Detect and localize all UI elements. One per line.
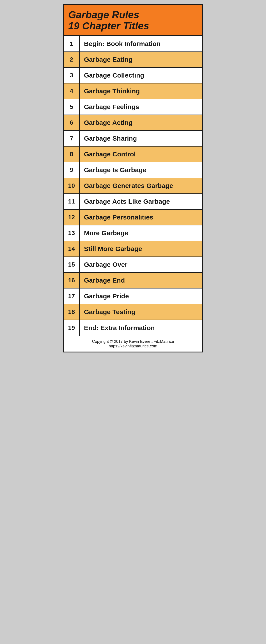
table-row: 6Garbage Acting <box>64 115 202 131</box>
table-row: 19End: Extra Information <box>64 320 202 336</box>
table-row: 15Garbage Over <box>64 257 202 273</box>
table-row: 11Garbage Acts Like Garbage <box>64 194 202 210</box>
table-row: 7Garbage Sharing <box>64 131 202 146</box>
table-row: 1Begin: Book Information <box>64 36 202 52</box>
chapter-title: Garbage Collecting <box>80 68 202 83</box>
chapter-number: 7 <box>64 131 80 146</box>
table-row: 14Still More Garbage <box>64 241 202 257</box>
table-row: 9Garbage Is Garbage <box>64 162 202 178</box>
table-row: 2Garbage Eating <box>64 52 202 68</box>
chapter-number: 1 <box>64 36 80 52</box>
table-row: 16Garbage End <box>64 273 202 288</box>
chapter-number: 13 <box>64 226 80 241</box>
table-row: 17Garbage Pride <box>64 288 202 304</box>
header-line1: Garbage Rules <box>68 9 139 20</box>
chapter-number: 9 <box>64 162 80 178</box>
chapters-table: 1Begin: Book Information2Garbage Eating3… <box>64 36 202 336</box>
chapter-title: Still More Garbage <box>80 241 202 256</box>
table-row: 10Garbage Generates Garbage <box>64 178 202 194</box>
chapter-number: 2 <box>64 52 80 67</box>
header-line2: 19 Chapter Titles <box>68 20 149 32</box>
website-link[interactable]: https://kevinfitzmaurice.com <box>109 344 157 348</box>
chapter-number: 16 <box>64 273 80 288</box>
chapter-title: Garbage Testing <box>80 304 202 320</box>
chapter-title: Garbage Pride <box>80 288 202 304</box>
chapter-number: 17 <box>64 288 80 304</box>
chapter-title: Garbage Feelings <box>80 99 202 114</box>
chapter-number: 8 <box>64 146 80 162</box>
header-title: Garbage Rules 19 Chapter Titles <box>68 9 198 31</box>
chapter-number: 6 <box>64 115 80 130</box>
chapter-title: More Garbage <box>80 226 202 241</box>
table-row: 5Garbage Feelings <box>64 99 202 115</box>
chapter-title: Garbage Is Garbage <box>80 162 202 178</box>
table-row: 8Garbage Control <box>64 146 202 162</box>
chapter-title: Garbage Sharing <box>80 131 202 146</box>
copyright-text: Copyright © 2017 by Kevin Everett FitzMa… <box>67 339 199 344</box>
chapter-title: Garbage Thinking <box>80 84 202 99</box>
chapter-number: 14 <box>64 241 80 256</box>
chapter-number: 19 <box>64 320 80 336</box>
chapter-title: Garbage Acting <box>80 115 202 130</box>
table-row: 18Garbage Testing <box>64 304 202 320</box>
chapter-title: Garbage Acts Like Garbage <box>80 194 202 209</box>
header: Garbage Rules 19 Chapter Titles <box>64 5 202 36</box>
chapter-title: Garbage End <box>80 273 202 288</box>
chapter-title: Garbage Eating <box>80 52 202 67</box>
chapter-title: End: Extra Information <box>80 320 202 336</box>
chapter-title: Garbage Personalities <box>80 210 202 225</box>
chapter-number: 5 <box>64 99 80 114</box>
main-container: Garbage Rules 19 Chapter Titles 1Begin: … <box>63 4 203 352</box>
chapter-number: 18 <box>64 304 80 320</box>
chapter-title: Garbage Over <box>80 257 202 272</box>
chapter-title: Garbage Control <box>80 146 202 162</box>
chapter-number: 10 <box>64 178 80 194</box>
chapter-number: 12 <box>64 210 80 225</box>
table-row: 4Garbage Thinking <box>64 84 202 99</box>
table-row: 13More Garbage <box>64 226 202 241</box>
table-row: 3Garbage Collecting <box>64 68 202 84</box>
footer: Copyright © 2017 by Kevin Everett FitzMa… <box>64 336 202 352</box>
chapter-number: 11 <box>64 194 80 209</box>
chapter-title: Begin: Book Information <box>80 36 202 52</box>
chapter-number: 3 <box>64 68 80 83</box>
chapter-number: 15 <box>64 257 80 272</box>
table-row: 12Garbage Personalities <box>64 210 202 226</box>
chapter-title: Garbage Generates Garbage <box>80 178 202 194</box>
chapter-number: 4 <box>64 84 80 99</box>
